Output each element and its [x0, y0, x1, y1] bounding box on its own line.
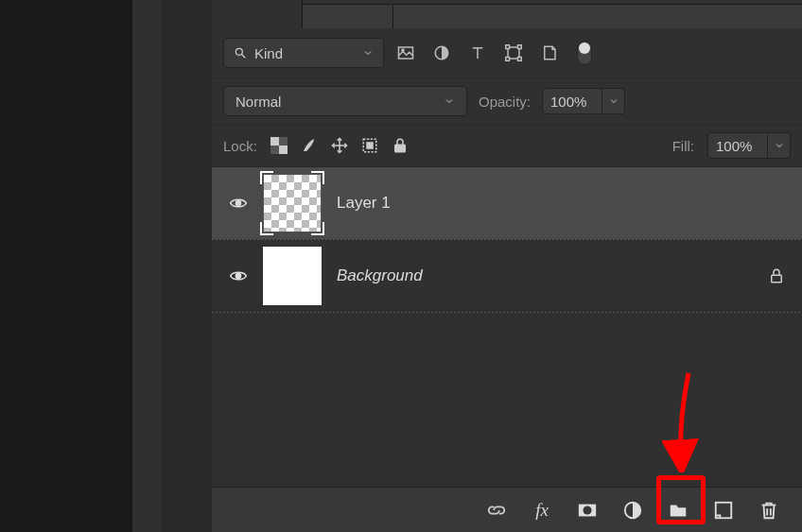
svg-rect-20	[395, 145, 406, 152]
lock-paint-icon[interactable]	[301, 137, 318, 154]
lock-transparent-icon[interactable]	[270, 137, 288, 154]
chevron-down-icon	[444, 94, 455, 110]
search-icon	[234, 46, 247, 60]
lock-label: Lock:	[223, 138, 257, 154]
svg-line-1	[242, 55, 246, 59]
fill-value: 100%	[716, 138, 752, 154]
fill-dropdown-button[interactable]	[768, 132, 791, 159]
svg-rect-8	[506, 45, 510, 49]
layer-row-background[interactable]: Background	[212, 240, 802, 312]
opacity-dropdown-button[interactable]	[602, 88, 625, 114]
svg-rect-13	[279, 146, 288, 154]
blend-mode-select[interactable]: Normal	[223, 86, 467, 116]
panel-gutter-2	[161, 0, 212, 532]
filter-shape-icon[interactable]	[505, 44, 522, 61]
svg-rect-10	[506, 58, 510, 61]
lock-all-icon[interactable]	[392, 137, 409, 154]
filter-smartobject-icon[interactable]	[541, 44, 558, 61]
filter-pixel-icon[interactable]	[397, 44, 414, 61]
layer-effects-button[interactable]: fx	[530, 498, 554, 523]
chevron-down-icon	[362, 45, 374, 61]
opacity-value: 100%	[550, 94, 586, 110]
opacity-value-input[interactable]: 100%	[542, 88, 602, 114]
svg-point-25	[583, 506, 591, 514]
visibility-icon[interactable]	[229, 194, 248, 213]
visibility-icon[interactable]	[229, 266, 248, 285]
svg-rect-15	[270, 146, 279, 154]
lock-position-icon[interactable]	[331, 137, 348, 154]
layer-thumbnail[interactable]	[263, 174, 322, 232]
filter-kind-select[interactable]: Kind	[223, 38, 384, 68]
svg-point-0	[235, 48, 242, 55]
opacity-control: 100%	[542, 88, 625, 114]
panel-gutter-1	[132, 0, 161, 532]
tab-layers[interactable]	[212, 0, 303, 28]
filter-kind-label: Kind	[254, 45, 283, 61]
svg-point-21	[236, 201, 241, 206]
blend-mode-value: Normal	[235, 94, 281, 110]
filter-type-icon[interactable]	[469, 44, 486, 61]
filter-toggle[interactable]	[577, 41, 592, 65]
delete-layer-button[interactable]	[757, 498, 781, 523]
document-area	[0, 0, 132, 532]
lock-artboard-icon[interactable]	[361, 137, 378, 154]
svg-point-22	[236, 274, 241, 279]
svg-rect-23	[772, 275, 782, 283]
layer-row-layer1[interactable]: Layer 1	[212, 167, 802, 239]
svg-rect-11	[518, 58, 522, 61]
adjustment-layer-button[interactable]	[620, 498, 645, 523]
panel-tabs	[212, 0, 802, 28]
filter-adjustment-icon[interactable]	[433, 44, 450, 61]
layer-name[interactable]: Background	[337, 266, 423, 285]
layers-footer: fx	[212, 487, 802, 532]
svg-rect-14	[279, 137, 288, 146]
layers-panel: Kind Normal	[212, 0, 802, 532]
new-layer-button[interactable]	[711, 498, 736, 523]
blend-opacity-row: Normal Opacity: 100%	[212, 78, 802, 125]
new-group-button[interactable]	[666, 498, 690, 523]
layer-name[interactable]: Layer 1	[337, 194, 391, 213]
layer-separator	[212, 312, 802, 313]
layer-mask-button[interactable]	[575, 498, 600, 523]
fill-value-input[interactable]: 100%	[707, 132, 768, 159]
tab-rest[interactable]	[393, 4, 802, 28]
svg-rect-12	[270, 137, 279, 146]
filter-type-icons	[397, 41, 592, 65]
fill-label[interactable]: Fill:	[672, 138, 694, 154]
svg-point-3	[402, 49, 404, 51]
layer-thumbnail[interactable]	[263, 247, 322, 305]
link-layers-button[interactable]	[484, 498, 509, 523]
tab-channels[interactable]	[303, 4, 393, 28]
lock-fill-row: Lock: Fill: 100%	[212, 125, 802, 167]
svg-rect-9	[518, 45, 522, 49]
layer-filter-row: Kind	[212, 28, 802, 78]
opacity-label[interactable]: Opacity:	[479, 94, 531, 110]
lock-icon[interactable]	[768, 267, 785, 284]
svg-rect-19	[367, 143, 373, 148]
layer-list: Layer 1 Background	[212, 167, 802, 313]
fill-control: 100%	[707, 132, 791, 159]
